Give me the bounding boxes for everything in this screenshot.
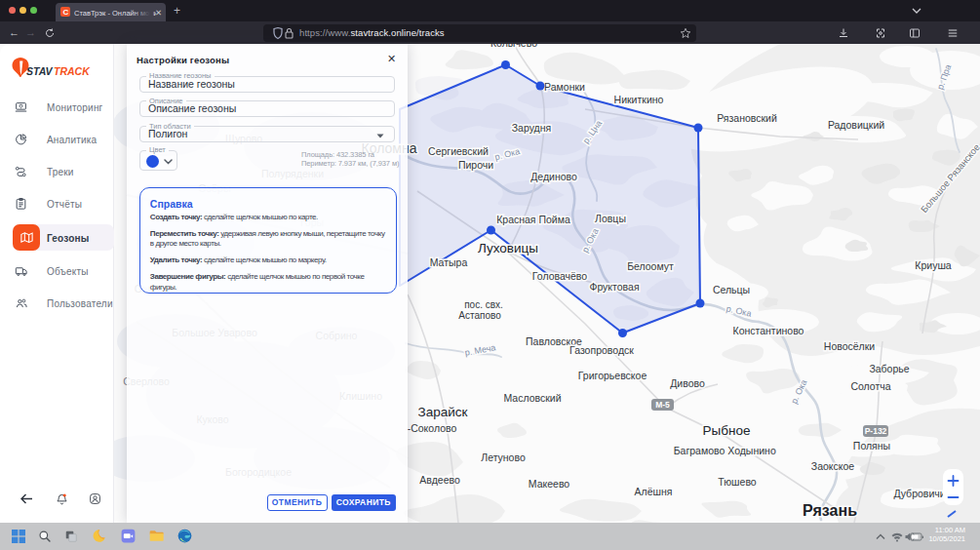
svg-text:Сельцы: Сельцы (713, 284, 750, 295)
svg-text:Рязань: Рязань (803, 502, 857, 519)
svg-text:Авдеево: Авдеево (419, 474, 460, 486)
svg-text:Рязановский: Рязановский (717, 112, 777, 124)
svg-text:Заокское: Заокское (811, 460, 855, 472)
svg-text:Макеево: Макеево (529, 478, 570, 490)
svg-text:-Соколово: -Соколово (408, 422, 457, 434)
svg-text:Фруктовая: Фруктовая (589, 281, 639, 293)
svg-text:Григорьевское: Григорьевское (578, 370, 647, 381)
svg-text:Заборье: Заборье (869, 363, 909, 374)
svg-text:Астапово: Астапово (458, 310, 501, 321)
svg-text:TRACK: TRACK (54, 65, 91, 77)
svg-text:Радовицкий: Радовицкий (828, 119, 884, 131)
svg-text:STAV: STAV (26, 65, 53, 77)
svg-text:Солотча: Солотча (850, 380, 890, 392)
svg-text:Рамонки: Рамонки (544, 81, 585, 93)
svg-text:Р-132: Р-132 (865, 426, 887, 436)
svg-text:Константиново: Константиново (733, 325, 804, 336)
svg-text:Криуша: Криуша (915, 259, 951, 271)
svg-text:Алёшня: Алёшня (635, 486, 673, 497)
svg-text:Матыра: Матыра (430, 256, 468, 268)
svg-text:Никиткино: Никиткино (614, 94, 664, 105)
svg-text:Головачёво: Головачёво (532, 270, 588, 282)
svg-text:пос. свх.: пос. свх. (464, 299, 503, 310)
svg-text:Луховицы: Луховицы (478, 241, 538, 255)
svg-text:Сергиевский: Сергиевский (428, 145, 489, 157)
svg-text:Дубровичи: Дубровичи (893, 488, 945, 499)
svg-text:Новосёлки: Новосёлки (824, 340, 876, 352)
svg-text:Поляны: Поляны (853, 440, 890, 452)
svg-text:Ходынино: Ходынино (727, 445, 776, 456)
svg-text:Баграмово: Баграмово (674, 445, 725, 456)
svg-text:Дединово: Дединово (530, 171, 577, 182)
svg-text:Пирочи: Пирочи (458, 159, 493, 171)
svg-text:Зарайск: Зарайск (418, 405, 468, 419)
svg-text:Летуново: Летуново (481, 452, 526, 463)
svg-text:Тюшево: Тюшево (718, 476, 757, 488)
svg-text:Дивово: Дивово (670, 377, 705, 389)
svg-text:Зарудня: Зарудня (512, 122, 551, 134)
svg-text:Ловцы: Ловцы (595, 213, 626, 224)
svg-text:Газопроводск: Газопроводск (569, 344, 634, 356)
svg-text:Колычево: Колычево (490, 44, 537, 49)
svg-text:Белоомут: Белоомут (627, 260, 674, 272)
svg-text:Красная Пойма: Красная Пойма (496, 214, 570, 225)
svg-text:М-5: М-5 (655, 400, 670, 410)
svg-text:Рыбное: Рыбное (703, 423, 751, 438)
svg-text:Масловский: Масловский (503, 392, 561, 404)
